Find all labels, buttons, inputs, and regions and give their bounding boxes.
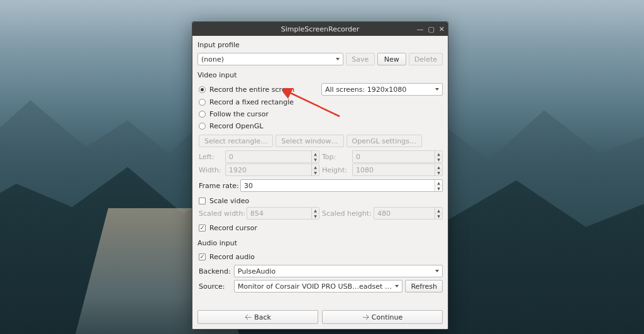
chevron-down-icon [336,58,340,60]
app-window: SimpleScreenRecorder — ▢ ✕ Input profile… [192,21,448,330]
close-icon[interactable]: ✕ [439,26,445,33]
record-audio-checkbox[interactable]: Record audio [199,251,443,262]
opengl-settings-button: OpenGL settings… [347,135,422,147]
spinner-icon: ▲▼ [311,208,319,219]
continue-button[interactable]: 🡢 Continue [322,310,443,324]
backend-label: Backend: [199,267,231,276]
screen-select[interactable]: All screens: 1920x1080 [321,83,443,96]
arrow-left-icon: 🡠 [245,313,252,321]
scaled-width-input: 854 ▲▼ [247,207,319,220]
titlebar[interactable]: SimpleScreenRecorder — ▢ ✕ [192,22,448,36]
scaled-height-input: 480 ▲▼ [374,207,443,220]
chevron-down-icon [435,88,439,91]
profile-new-button[interactable]: New [377,53,406,65]
scaled-height-label: Scaled height: [322,209,371,218]
radio-dot-icon [199,86,206,93]
spinner-icon: ▲▼ [435,151,442,162]
spinner-icon[interactable]: ▲▼ [435,180,442,191]
maximize-icon[interactable]: ▢ [428,26,434,33]
input-profile-label: Input profile [197,41,443,49]
back-button[interactable]: 🡠 Back [197,310,318,324]
top-label: Top: [322,153,350,161]
radio-follow-cursor[interactable]: Follow the cursor [199,108,443,120]
spinner-icon: ▲▼ [311,164,319,175]
height-label: Height: [322,166,350,174]
select-window-button: Select window… [275,135,343,147]
input-profile-select[interactable]: (none) [197,53,343,65]
window-controls: — ▢ ✕ [416,22,445,36]
profile-save-button: Save [346,53,375,65]
radio-record-opengl[interactable]: Record OpenGL [199,120,443,131]
radio-dot-icon [199,111,206,118]
width-label: Width: [199,166,223,174]
width-input: 1920 ▲▼ [225,164,319,176]
radio-dot-icon [199,123,206,130]
minimize-icon[interactable]: — [416,26,423,33]
source-label: Source: [199,282,231,291]
source-select[interactable]: Monitor of Corsair VOID PRO USB…eadset D… [234,280,402,292]
backend-select[interactable]: PulseAudio [234,265,443,277]
height-input: 1080 ▲▼ [352,164,443,176]
chevron-down-icon [395,285,399,287]
spinner-icon: ▲▼ [435,208,442,219]
chevron-down-icon [435,270,439,272]
profile-delete-button: Delete [409,53,443,65]
record-cursor-checkbox[interactable]: Record cursor [199,222,443,233]
scaled-width-label: Scaled width: [199,209,244,218]
video-input-label: Video input [197,71,443,79]
select-rectangle-button: Select rectangle… [199,135,273,147]
window-title: SimpleScreenRecorder [281,25,360,33]
checkbox-icon [199,253,206,260]
left-label: Left: [199,153,223,161]
window-content: Input profile (none) Save New Delete Vid… [192,36,448,329]
audio-input-label: Audio input [197,239,443,247]
checkbox-icon [199,225,206,231]
spinner-icon: ▲▼ [311,151,319,162]
checkbox-icon [199,198,206,204]
arrow-right-icon: 🡢 [362,313,369,321]
top-input: 0 ▲▼ [352,150,443,163]
frame-rate-input[interactable]: 30 ▲▼ [240,179,443,192]
refresh-button[interactable]: Refresh [405,280,443,292]
spinner-icon: ▲▼ [435,164,442,175]
input-profile-value: (none) [201,55,224,64]
radio-dot-icon [199,99,206,106]
scale-video-checkbox[interactable]: Scale video [199,195,443,206]
frame-rate-label: Frame rate: [199,182,238,190]
radio-record-entire-screen[interactable]: Record the entire screen [199,84,309,95]
left-input: 0 ▲▼ [225,150,319,163]
radio-record-fixed-rectangle[interactable]: Record a fixed rectangle [199,96,443,108]
